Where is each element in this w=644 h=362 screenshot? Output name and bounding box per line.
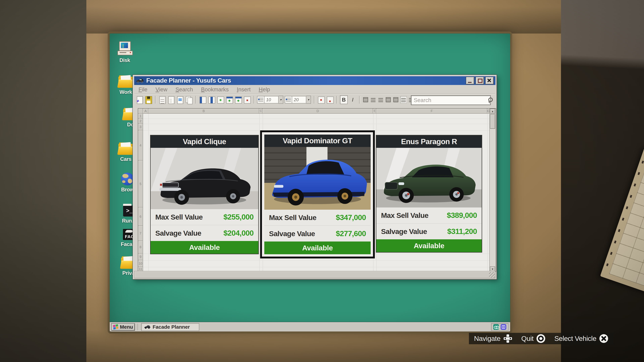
scroll-down-button[interactable]: ▼ xyxy=(490,267,495,272)
sheet-corner-cell[interactable] xyxy=(138,109,143,114)
column-header[interactable]: E xyxy=(373,109,376,114)
prompt-navigate: Navigate xyxy=(474,334,512,343)
toolbar-separator xyxy=(336,96,337,104)
salvage-value: $204,000 xyxy=(224,229,254,238)
table-layout-3-icon[interactable] xyxy=(217,95,224,104)
menu-search[interactable]: Search xyxy=(172,86,197,93)
minimize-icon xyxy=(468,82,472,83)
copy-icon[interactable] xyxy=(185,95,192,104)
column-header[interactable]: F xyxy=(376,109,487,114)
row-header[interactable]: 7 xyxy=(138,226,143,241)
room-dark-right xyxy=(561,0,644,362)
salvage-row: Salvage Value $277,600 xyxy=(264,225,371,242)
max-sell-label: Max Sell Value xyxy=(155,213,202,221)
start-menu-button[interactable]: Menu xyxy=(111,323,135,331)
table-layout-1-icon[interactable] xyxy=(199,95,206,104)
menu-bar: File View Search Bookmarks Insert Help xyxy=(134,85,495,94)
circle-button-icon xyxy=(536,334,546,343)
sheet-grid: Vapid Clique xyxy=(143,114,490,272)
font-size-select-large[interactable]: 20▾ xyxy=(285,96,311,104)
row-header[interactable]: 2 xyxy=(138,119,143,124)
row-header[interactable]: 4 xyxy=(138,130,143,161)
max-sell-row: Max Sell Value $389,000 xyxy=(376,207,482,223)
save-icon[interactable] xyxy=(145,95,152,104)
window-status-bar xyxy=(134,271,496,278)
menu-button-label: Menu xyxy=(120,324,133,330)
align-center-icon[interactable] xyxy=(378,96,384,103)
row-spacing-1-icon[interactable] xyxy=(317,95,325,104)
prompt-quit: Quit xyxy=(521,334,546,343)
window-title: Facade Planner - Yusufs Cars xyxy=(146,77,231,84)
availability-badge: Available xyxy=(150,241,258,254)
search-icon xyxy=(487,97,489,104)
resize-grip[interactable] xyxy=(489,272,495,278)
vertical-scrollbar[interactable]: ▲ ▼ xyxy=(489,109,496,272)
minimize-button[interactable] xyxy=(466,77,474,84)
folder-icon xyxy=(118,75,134,88)
table-layout-2-icon[interactable] xyxy=(208,95,215,104)
font-size-select-small[interactable]: 10▾ xyxy=(257,96,283,104)
table-layout-4-icon[interactable] xyxy=(226,95,233,104)
globe-icon xyxy=(121,173,134,185)
salvage-label: Salvage Value xyxy=(381,227,427,236)
scroll-up-button[interactable]: ▲ xyxy=(490,109,495,114)
salvage-row: Salvage Value $204,000 xyxy=(150,225,258,241)
indent-left-icon[interactable] xyxy=(385,96,391,103)
column-header[interactable]: D xyxy=(263,109,373,114)
scrollbar-thumb[interactable] xyxy=(490,114,495,129)
car-icon xyxy=(136,78,144,83)
page-text-icon[interactable] xyxy=(158,95,166,104)
align-left-icon[interactable] xyxy=(370,96,376,103)
row-header[interactable]: 1 xyxy=(138,114,143,119)
insert-image-icon[interactable] xyxy=(176,95,184,104)
salvage-label: Salvage Value xyxy=(155,229,201,237)
vehicle-card-vapid-clique[interactable]: Vapid Clique xyxy=(150,135,258,254)
desktop-icon-label: Disk xyxy=(120,57,130,63)
salvage-row: Salvage Value $311,200 xyxy=(376,223,482,239)
row-header[interactable]: 9 xyxy=(138,254,143,260)
row-header[interactable]: 10 xyxy=(138,260,143,267)
vehicle-card-enus-paragon-r[interactable]: Enus Paragon R xyxy=(376,135,482,252)
vehicle-card[interactable]: Vapid Dominator GT xyxy=(264,135,371,254)
network-tray-icon[interactable] xyxy=(493,324,499,330)
menu-file[interactable]: File xyxy=(134,86,152,93)
italic-button[interactable]: I xyxy=(349,96,356,104)
row-header[interactable]: 5 xyxy=(138,161,143,207)
room-wall-left xyxy=(0,0,86,362)
maximize-button[interactable] xyxy=(476,77,484,84)
close-button[interactable] xyxy=(485,77,494,84)
row-header[interactable]: 3 xyxy=(138,124,143,130)
column-header[interactable]: A xyxy=(143,109,148,114)
indent-right-icon[interactable] xyxy=(393,96,399,103)
list-style-1-icon[interactable] xyxy=(362,96,368,103)
table-layout-5-icon[interactable] xyxy=(234,95,242,104)
desktop-icon-label: Work xyxy=(120,89,132,95)
maximize-icon xyxy=(478,79,482,83)
align-justify-icon[interactable] xyxy=(400,96,407,103)
new-document-icon[interactable]: ✦ xyxy=(136,95,143,104)
vehicle-name: Vapid Clique xyxy=(150,135,258,148)
desktop-icon-disk[interactable]: Disk xyxy=(110,41,140,63)
row-header[interactable]: 11 xyxy=(138,267,143,272)
os-logo-icon xyxy=(113,324,119,330)
column-header[interactable]: C xyxy=(259,109,263,114)
toolbar-separator xyxy=(359,96,360,104)
menu-help[interactable]: Help xyxy=(254,86,274,93)
bold-button[interactable]: B xyxy=(340,95,348,104)
column-header[interactable]: B xyxy=(148,109,259,114)
taskbar-task-facade-planner[interactable]: Facade Planner xyxy=(141,323,199,331)
apps-tray-icon[interactable] xyxy=(500,324,506,330)
search-input[interactable] xyxy=(412,97,487,103)
row-header[interactable]: 8 xyxy=(138,241,143,254)
controller-prompt-bar: Navigate Quit Select Vehicle xyxy=(469,333,614,344)
window-titlebar[interactable]: Facade Planner - Yusufs Cars xyxy=(134,76,496,85)
menu-bookmarks[interactable]: Bookmarks xyxy=(197,86,233,93)
menu-view[interactable]: View xyxy=(152,86,172,93)
page-dotted-icon[interactable] xyxy=(167,95,175,104)
vehicle-image xyxy=(150,148,258,209)
vehicle-card-vapid-dominator-gt-selected[interactable]: Vapid Dominator GT xyxy=(260,130,375,258)
menu-insert[interactable]: Insert xyxy=(233,86,255,93)
table-layout-6-icon[interactable] xyxy=(243,95,251,104)
row-header[interactable]: 6 xyxy=(138,207,143,226)
row-spacing-2-icon[interactable] xyxy=(326,95,334,104)
